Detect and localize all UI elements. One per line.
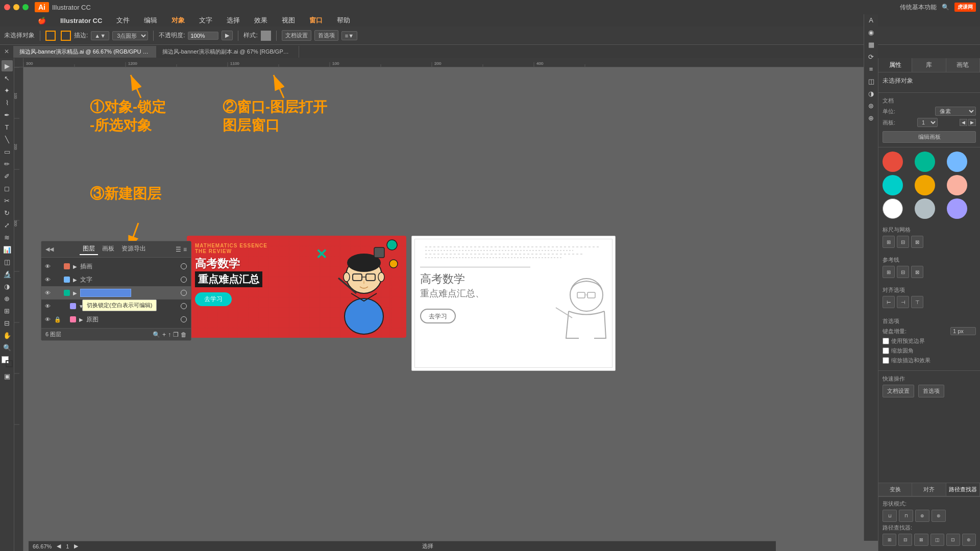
shape-minus-btn[interactable]: ⊓ — [899, 510, 913, 522]
minimize-button[interactable] — [13, 4, 19, 10]
align-grid-btn[interactable]: ⊞ — [883, 236, 895, 248]
layer-eye-chua[interactable]: 👁 — [43, 262, 52, 270]
zoom-tool[interactable]: 🔍 — [2, 342, 13, 353]
layer-expand-wenzi[interactable]: ▶ — [72, 277, 78, 283]
tab-layers[interactable]: 图层 — [80, 243, 98, 255]
layer-lock-editing[interactable] — [54, 289, 62, 297]
opacity-confirm-btn[interactable]: ▶ — [222, 31, 233, 40]
artboard-tool[interactable]: ⊞ — [2, 305, 13, 316]
rp-tab-brush[interactable]: 画笔 — [946, 58, 980, 72]
color-swatch-salmon[interactable] — [947, 175, 967, 195]
tab-2[interactable]: 揣边风-banner演示稿的副本.ai @ 67% [RGB/GPU 预览] — [156, 46, 299, 58]
copy-layer-btn[interactable]: ❐ — [173, 331, 179, 338]
find-layer-btn[interactable]: 🔍 — [153, 331, 160, 338]
layer-target-yuantu[interactable] — [181, 316, 187, 322]
rp-tab-library[interactable]: 库 — [912, 58, 946, 72]
layer-target-wenzi[interactable] — [181, 277, 187, 283]
layer-eye-editing[interactable]: 👁 — [43, 289, 52, 297]
rp-keyboard-input[interactable] — [950, 327, 976, 335]
right-transform-btn[interactable]: ⟳ — [866, 51, 877, 62]
align-right-btn[interactable]: ⊤ — [911, 296, 923, 308]
search-icon[interactable]: 🔍 — [942, 4, 949, 11]
scale-tool[interactable]: ⤢ — [2, 219, 13, 231]
change-screen-mode[interactable]: ▣ — [2, 370, 13, 382]
fill-stroke-display[interactable] — [2, 356, 13, 367]
layer-target-editing[interactable] — [181, 290, 187, 296]
pencil-tool[interactable]: ✐ — [2, 170, 13, 182]
rp-tab-properties[interactable]: 属性 — [878, 58, 912, 72]
color-swatch-purple[interactable] — [947, 198, 967, 219]
menu-type[interactable]: 文字 — [197, 16, 214, 25]
stroke-style-btn[interactable]: ▲▼ — [91, 31, 109, 40]
line-tool[interactable]: ╲ — [2, 134, 13, 145]
slice-tool[interactable]: ⊟ — [2, 317, 13, 329]
menu-effects[interactable]: 效果 — [252, 16, 270, 25]
layer-eye-paise[interactable]: 👁 — [43, 302, 52, 310]
lasso-tool[interactable]: ⌇ — [2, 97, 13, 108]
bottom-tab-pathfinder[interactable]: 路径查找器 — [946, 483, 980, 496]
selection-tool[interactable]: ▶ — [2, 60, 13, 71]
menu-apple[interactable]: 🍎 — [36, 17, 48, 24]
rp-next-artboard[interactable]: ▶ — [968, 119, 976, 126]
menu-file[interactable]: 文件 — [114, 16, 132, 25]
layer-eye-yuantu[interactable]: 👁 — [43, 315, 52, 323]
qa-doc-settings-btn[interactable]: 文档设置 — [883, 385, 914, 397]
bottom-tab-align[interactable]: 对齐 — [912, 483, 946, 496]
delete-layer-btn[interactable]: 🗑 — [181, 331, 187, 338]
menu-illustrator[interactable]: Illustrator CC — [58, 17, 104, 24]
layer-lock-chua[interactable] — [54, 262, 62, 270]
shape-intersect-btn[interactable]: ⊕ — [915, 510, 929, 522]
align-guide-btn[interactable]: ⊠ — [911, 236, 923, 248]
menu-window[interactable]: 窗口 — [307, 16, 325, 25]
zoom-arrow-right[interactable]: ▶ — [74, 543, 78, 549]
layer-eye-wenzi[interactable]: 👁 — [43, 276, 52, 284]
right-symbols-btn[interactable]: ⊕ — [866, 112, 877, 123]
layer-name-input[interactable] — [80, 289, 131, 297]
blend-tool[interactable]: ◑ — [2, 281, 13, 292]
pf-trim-btn[interactable]: ⊟ — [898, 534, 912, 546]
move-layer-btn[interactable]: ↑ — [168, 331, 171, 338]
scissors-tool[interactable]: ✂ — [2, 195, 13, 206]
rp-rounded-corners-checkbox[interactable] — [883, 347, 889, 354]
pf-outline-btn[interactable]: ⊡ — [946, 534, 960, 546]
shape-exclude-btn[interactable]: ⊗ — [932, 510, 946, 522]
right-type-btn[interactable]: A — [866, 14, 877, 26]
color-swatch-orange[interactable] — [915, 175, 935, 195]
guide-btn-1[interactable]: ⊞ — [883, 266, 895, 278]
graph-tool[interactable]: 📊 — [2, 244, 13, 255]
eyedropper-tool[interactable]: 🔬 — [2, 268, 13, 280]
shape-unite-btn[interactable]: ⊔ — [883, 510, 897, 522]
tab-export[interactable]: 资源导出 — [118, 243, 149, 255]
menu-help[interactable]: 帮助 — [335, 16, 352, 25]
direct-selection-tool[interactable]: ↖ — [2, 72, 13, 84]
banner-btn[interactable]: 去学习 — [195, 292, 232, 306]
color-swatch-red[interactable] — [883, 152, 903, 172]
right-gradient-btn[interactable]: ◑ — [866, 88, 877, 99]
brush-tool[interactable]: ✏ — [2, 158, 13, 169]
magic-wand-tool[interactable]: ✦ — [2, 85, 13, 96]
pen-tool[interactable]: ✒ — [2, 109, 13, 120]
canvas-area[interactable]: 300 1200 1100 100 200 400 — [14, 58, 878, 551]
arrange-btn[interactable]: ≡▼ — [341, 31, 357, 40]
rect-tool[interactable]: ▭ — [2, 146, 13, 157]
panel-options-btn[interactable]: ≡ — [183, 246, 187, 253]
bottom-tab-transform[interactable]: 变换 — [878, 483, 912, 496]
layer-expand-yuantu[interactable]: ▶ — [78, 316, 84, 322]
rp-prev-artboard[interactable]: ◀ — [960, 119, 967, 126]
menu-object[interactable]: 对象 — [169, 16, 187, 25]
maximize-button[interactable] — [22, 4, 29, 10]
pf-merge-btn[interactable]: ⊠ — [914, 534, 928, 546]
color-swatch-green[interactable] — [915, 152, 935, 172]
layer-lock-paise[interactable] — [54, 302, 62, 310]
stroke-color-btn[interactable] — [61, 31, 71, 41]
symbol-tool[interactable]: ⊕ — [2, 293, 13, 304]
close-doc-btn[interactable]: ✕ — [0, 48, 13, 55]
rotate-tool[interactable]: ↻ — [2, 207, 13, 218]
layer-target-chua[interactable] — [181, 263, 187, 269]
pf-crop-btn[interactable]: ◫ — [930, 534, 944, 546]
type-tool[interactable]: T — [2, 121, 13, 133]
add-layer-btn[interactable]: + — [162, 331, 166, 338]
right-appearance-btn[interactable]: ⊛ — [866, 100, 877, 111]
style-preview[interactable] — [261, 31, 271, 41]
menu-view[interactable]: 视图 — [280, 16, 297, 25]
